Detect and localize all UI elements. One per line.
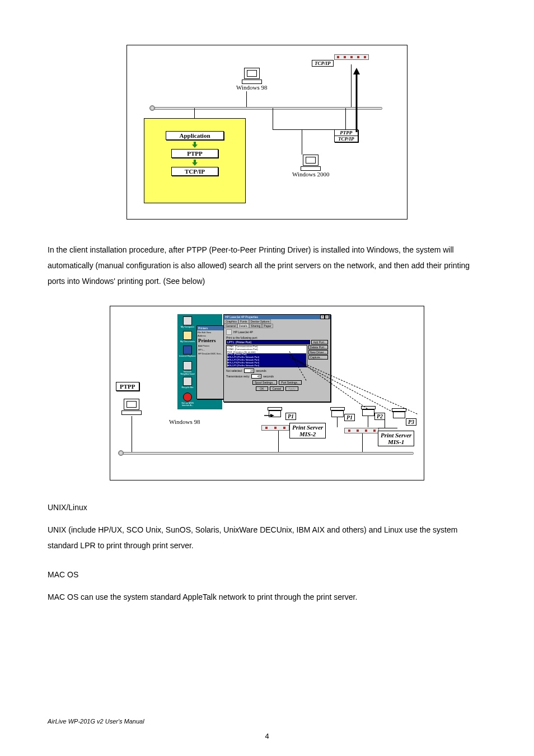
tabs-row1: Graphics Fonts Device Options bbox=[224, 319, 330, 324]
tab-paper[interactable]: Paper bbox=[262, 324, 273, 328]
tab-graphics[interactable]: Graphics bbox=[224, 319, 238, 324]
btn-cancel[interactable]: Cancel bbox=[270, 386, 284, 391]
stack-ptpp-label: PTPP bbox=[171, 149, 218, 158]
ptpp-side-label: PTPP bbox=[116, 382, 139, 391]
desk-icon-ie[interactable]: Internet Explorer bbox=[179, 346, 196, 357]
btn-spool[interactable]: Spool Settings... bbox=[252, 380, 277, 385]
hub-mis1 bbox=[344, 428, 379, 433]
tcpip-label-top: TCP/IP bbox=[312, 60, 334, 67]
titlebar-controls: ?× bbox=[320, 315, 329, 319]
hub-mis2 bbox=[261, 425, 289, 431]
vline-yb bbox=[194, 108, 195, 118]
app-label: Application bbox=[166, 131, 224, 140]
unix-paragraph: UNIX (include HP/UX, SCO Unix, SunOS, So… bbox=[48, 522, 486, 553]
help-icon[interactable]: ? bbox=[320, 315, 325, 319]
properties-dialog[interactable]: HP LaserJet 4P Properties ?× Graphics Fo… bbox=[223, 314, 331, 402]
btn-capture[interactable]: Capture... bbox=[308, 355, 328, 360]
vline-w2k bbox=[302, 129, 302, 155]
dialog-title: HP LaserJet 4P Properties bbox=[225, 315, 258, 319]
pc-win2000: Windows 2000 bbox=[292, 155, 329, 178]
vline-p3m1 bbox=[385, 418, 385, 428]
figure2-wrap: PTPP Windows 98 My Computer My Documents… bbox=[48, 306, 486, 480]
figure1-wrap: TCP/IP Windows 98 Application PTPP TCP bbox=[48, 45, 486, 220]
btn-apply[interactable]: Apply bbox=[285, 386, 298, 391]
devname-row: HP LaserJet 4P bbox=[224, 328, 330, 336]
pc-win98-f2 bbox=[121, 399, 142, 415]
page: TCP/IP Windows 98 Application PTPP TCP bbox=[0, 0, 534, 756]
notsel-value[interactable]: 15 bbox=[244, 368, 254, 373]
btn-port[interactable]: Port Settings... bbox=[279, 380, 302, 385]
tab-details[interactable]: Details bbox=[237, 324, 249, 328]
desktop: My Computer My Documents Internet Explor… bbox=[177, 314, 222, 409]
tab-sharing[interactable]: Sharing bbox=[249, 324, 262, 328]
printer-icon bbox=[226, 329, 232, 335]
termcap-left bbox=[149, 105, 155, 111]
vline-mid bbox=[273, 108, 273, 129]
desk-icon-mydocs[interactable]: My Documents bbox=[179, 331, 196, 343]
client-stack-box: Application PTPP TCP/IP bbox=[144, 118, 246, 203]
stack-tcpip-label: TCP/IP bbox=[171, 167, 218, 176]
vline-right bbox=[345, 108, 346, 129]
tab-general[interactable]: General bbox=[224, 324, 237, 328]
win98-f2-label: Windows 98 bbox=[169, 418, 200, 425]
paragraph-ptpp: In the client installation procedure, af… bbox=[48, 242, 486, 289]
hub-top bbox=[334, 54, 369, 60]
desk-icon-nethood[interactable]: Network Neighborhood bbox=[179, 361, 196, 375]
btn-delete-port[interactable]: Delete Port... bbox=[308, 345, 328, 349]
ps1-label: Print ServerMIS-1 bbox=[378, 431, 414, 446]
figure1: TCP/IP Windows 98 Application PTPP TCP bbox=[127, 45, 407, 220]
printers-title: Printers bbox=[198, 326, 208, 330]
arrow-2 bbox=[192, 160, 198, 165]
dialog-title-bar: HP LaserJet 4P Properties ?× bbox=[224, 315, 330, 319]
btn-new-driver[interactable]: New Driver... bbox=[308, 350, 328, 354]
tcpip-label: TCP/IP bbox=[334, 136, 358, 142]
arrow-p1-mis2 bbox=[263, 413, 274, 418]
retry-label: Transmission retry: bbox=[226, 375, 250, 378]
btn-ok[interactable]: OK bbox=[256, 386, 268, 391]
figure2: PTPP Windows 98 My Computer My Documents… bbox=[110, 306, 424, 480]
tab-fonts[interactable]: Fonts bbox=[238, 319, 249, 324]
mac-paragraph: MAC OS can use the system standard Apple… bbox=[48, 589, 486, 605]
vline-p2m1 bbox=[368, 416, 368, 427]
port-list[interactable]: COM1: (Communications Port) COM2: (Commu… bbox=[226, 345, 307, 367]
netline-2 bbox=[121, 452, 414, 455]
pc-win2000-label: Windows 2000 bbox=[292, 171, 329, 178]
tab-deviceoptions[interactable]: Device Options bbox=[249, 319, 271, 324]
unix-heading: UNIX/Linux bbox=[48, 503, 486, 512]
termcap-2 bbox=[118, 450, 124, 456]
page-number: 4 bbox=[0, 732, 534, 740]
mac-heading: MAC OS bbox=[48, 570, 486, 579]
svg-marker-1 bbox=[353, 68, 360, 74]
vline-pc2 bbox=[132, 416, 132, 452]
desk-icon-msn[interactable]: Set up MSN Internet A... bbox=[179, 393, 196, 407]
mis1-p3-label: P3 bbox=[406, 418, 416, 426]
vline-p1m1 bbox=[337, 417, 338, 427]
pc-win98-label: Windows 98 bbox=[236, 84, 267, 91]
tabs-row2: General Details Sharing Paper bbox=[224, 324, 330, 328]
close-icon[interactable]: × bbox=[325, 315, 329, 319]
vline-ps2 bbox=[278, 430, 279, 452]
footer-line: AirLive WP-201G v2 User's Manual bbox=[48, 718, 144, 725]
printer-mis1-p2 bbox=[362, 406, 376, 416]
svg-marker-3 bbox=[270, 414, 274, 417]
arrow-1 bbox=[192, 142, 198, 147]
port-select[interactable]: LPT1: (Printer Port) bbox=[226, 340, 310, 344]
desk-icon-mycomputer[interactable]: My Computer bbox=[179, 316, 196, 328]
hline-p3m1 bbox=[378, 428, 397, 428]
mis1-p1-label: P1 bbox=[344, 414, 355, 421]
desk-icon-recycle[interactable]: Recycle Bin bbox=[179, 377, 196, 389]
retry-value[interactable]: 45 bbox=[251, 374, 261, 379]
printer-mis1-p1 bbox=[331, 407, 345, 417]
btn-add-port[interactable]: Add Port... bbox=[311, 340, 328, 344]
p1-label: P1 bbox=[285, 413, 296, 420]
ps2-label: Print ServerMIS-2 bbox=[289, 423, 326, 438]
mis1-p2-label: P2 bbox=[374, 413, 385, 420]
printer-mis1-p3 bbox=[393, 408, 406, 418]
vline-ps1 bbox=[362, 432, 363, 452]
thick-arrow-up bbox=[348, 68, 365, 135]
notsel-label: Not selected: bbox=[226, 369, 242, 372]
vline-1 bbox=[246, 91, 247, 107]
pc-win98: Windows 98 bbox=[236, 68, 267, 91]
